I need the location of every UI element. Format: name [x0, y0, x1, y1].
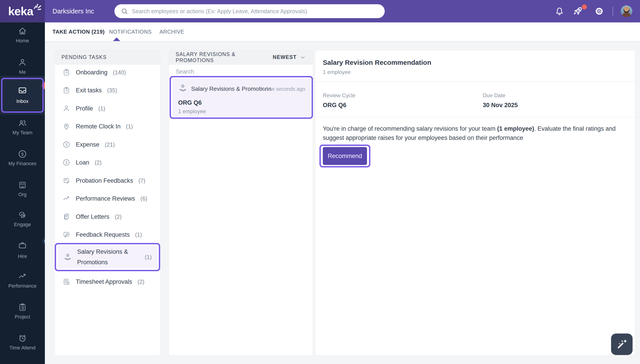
- svg-text:$: $: [21, 152, 24, 156]
- review-cycle-label: Review Cycle: [323, 92, 355, 98]
- salary-revisions-list-panel: SALARY REVISIONS & PROMOTIONS NEWEST $ S…: [169, 50, 313, 356]
- task-onboarding[interactable]: Onboarding(140): [55, 64, 160, 81]
- divider: [315, 81, 635, 82]
- task-count: (21): [105, 142, 115, 148]
- sort-dropdown[interactable]: NEWEST: [273, 54, 306, 60]
- task-label: Loan: [76, 159, 89, 166]
- due-date-label: Due Date: [483, 92, 518, 98]
- task-label: Expense: [76, 141, 99, 148]
- sidebar-item-org[interactable]: Org: [0, 180, 45, 198]
- global-search[interactable]: [114, 4, 385, 18]
- sidebar-item-time-attend[interactable]: Time Attend: [0, 334, 45, 351]
- card-employee-count: 1 employee: [178, 108, 206, 114]
- trend-icon: [18, 272, 27, 281]
- sidebar-item-inbox[interactable]: 219 Inbox: [0, 86, 45, 104]
- task-expense[interactable]: $ Expense(21): [55, 136, 160, 154]
- topbar-divider: [613, 7, 613, 16]
- task-exit-tasks[interactable]: Exit tasks(35): [55, 81, 160, 99]
- svg-text:$: $: [65, 142, 67, 146]
- sidebar-item-label: Hire: [18, 254, 27, 259]
- chat-pen-icon: [62, 231, 71, 239]
- task-label: Exit tasks: [76, 87, 102, 94]
- global-search-input[interactable]: [132, 8, 379, 14]
- rocket-badge-dot: [582, 4, 587, 10]
- task-loan[interactable]: $ Loan(2): [55, 154, 160, 172]
- timesheet-icon: [62, 278, 71, 286]
- task-count: (140): [113, 69, 126, 76]
- sidebar-item-label: Time Attend: [10, 345, 36, 351]
- detail-subtitle: 1 employee: [323, 69, 351, 75]
- svg-text:$: $: [182, 85, 183, 87]
- keka-logo-text: keka: [8, 4, 33, 18]
- building-icon: [18, 180, 27, 190]
- list-search[interactable]: [169, 64, 313, 79]
- sidebar-item-my-team[interactable]: My Team: [0, 118, 45, 136]
- due-date-value: 30 Nov 2025: [483, 102, 518, 109]
- sidebar-item-me[interactable]: Me: [0, 58, 45, 75]
- svg-text:$: $: [65, 160, 67, 164]
- task-label: Salary Revisions & Promotions: [77, 246, 139, 268]
- recommend-button[interactable]: Recommend: [323, 147, 367, 165]
- inbox-icon: [18, 86, 27, 95]
- keka-logo[interactable]: keka: [0, 0, 45, 22]
- trend-icon: [62, 194, 71, 202]
- sidebar-item-engage[interactable]: Engage: [0, 210, 45, 228]
- gear-icon[interactable]: [594, 6, 604, 16]
- app-root: keka Darksiders Inc: [0, 0, 640, 364]
- clipboard-icon: [18, 302, 27, 312]
- chat-heart-icon: [18, 210, 27, 220]
- top-bar: keka Darksiders Inc: [0, 0, 640, 22]
- description-text: You're in charge of recommending salary …: [323, 125, 497, 132]
- company-name: Darksiders Inc: [53, 0, 94, 22]
- sidebar-item-home[interactable]: Home: [0, 26, 45, 44]
- task-remote-clock-in[interactable]: Remote Clock In(1): [55, 118, 160, 136]
- svg-text:$: $: [67, 254, 68, 256]
- list-header: SALARY REVISIONS & PROMOTIONS NEWEST: [169, 50, 313, 64]
- task-salary-revisions[interactable]: $ Salary Revisions & Promotions (1): [58, 246, 157, 268]
- sidebar-item-hire[interactable]: Hire: [0, 241, 45, 259]
- tab-take-action[interactable]: TAKE ACTION (219): [53, 22, 105, 41]
- list-search-input[interactable]: [176, 68, 306, 75]
- review-cycle-value: ORG Q6: [323, 102, 355, 109]
- task-label: Offer Letters: [76, 214, 110, 220]
- sidebar-item-performance[interactable]: Performance: [0, 272, 45, 289]
- task-count: (1): [99, 105, 105, 112]
- sidebar-item-label: Performance: [8, 283, 37, 289]
- task-count: (7): [138, 178, 145, 184]
- rocket-icon[interactable]: [572, 6, 583, 16]
- detail-panel: Salary Revision Recommendation 1 employe…: [315, 50, 635, 356]
- tab-archive[interactable]: ARCHIVE: [159, 22, 184, 41]
- task-timesheet-approvals[interactable]: Timesheet Approvals(2): [55, 273, 160, 291]
- briefcase-icon: [18, 241, 27, 250]
- sidebar-item-my-finances[interactable]: $ My Finances: [0, 149, 45, 166]
- task-label: Feedback Requests: [76, 231, 130, 238]
- salary-revision-card[interactable]: $ Salary Revisions & Promotions a few se…: [172, 79, 310, 116]
- due-date-field: Due Date 30 Nov 2025: [483, 92, 518, 109]
- card-cycle-name: ORG Q6: [178, 99, 202, 106]
- clipboard-icon: [62, 68, 71, 76]
- task-count: (6): [140, 196, 147, 202]
- detail-description: You're in charge of recommending salary …: [323, 124, 624, 142]
- sidebar-item-label: My Finances: [9, 161, 37, 166]
- user-avatar[interactable]: [621, 6, 632, 17]
- task-probation-feedbacks[interactable]: Probation Feedbacks(7): [55, 172, 160, 190]
- sidebar-item-project[interactable]: Project: [0, 302, 45, 320]
- salary-hand-icon: $: [178, 84, 187, 92]
- bell-icon[interactable]: [554, 6, 564, 16]
- avatar-body: [622, 12, 631, 17]
- task-performance-reviews[interactable]: Performance Reviews(6): [55, 190, 160, 208]
- task-label: Probation Feedbacks: [76, 177, 133, 184]
- task-offer-letters[interactable]: Offer Letters(2): [55, 208, 160, 226]
- detail-title: Salary Revision Recommendation: [323, 59, 431, 66]
- task-count: (1): [126, 123, 133, 130]
- divider: [315, 117, 635, 118]
- ai-assistant-button[interactable]: [611, 334, 632, 355]
- task-count: (1): [145, 254, 152, 260]
- task-label: Remote Clock In: [76, 123, 121, 130]
- task-profile[interactable]: Profile(1): [55, 100, 160, 118]
- task-label: Onboarding: [76, 69, 107, 76]
- task-label: Profile: [76, 105, 93, 112]
- annotation-recommend-button: Recommend: [319, 144, 370, 168]
- task-feedback-requests[interactable]: Feedback Requests(1): [55, 226, 160, 244]
- salary-hand-icon: $: [63, 253, 72, 261]
